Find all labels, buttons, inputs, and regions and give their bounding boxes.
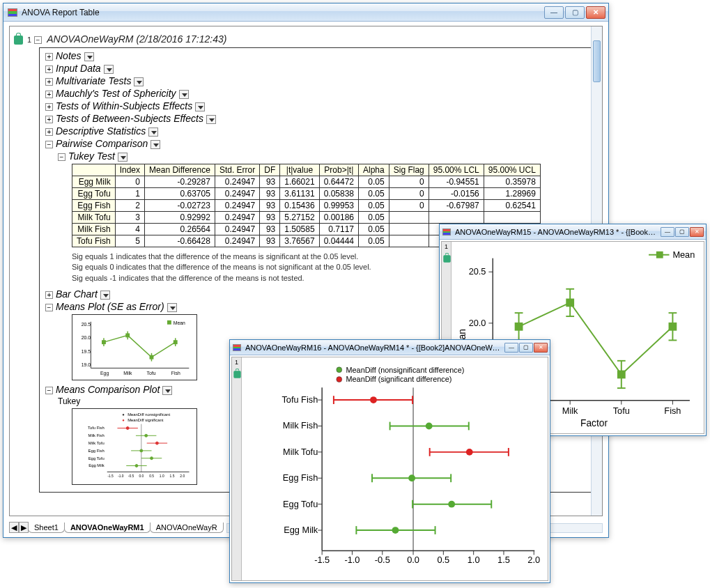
svg-text:0.0: 0.0 (139, 474, 144, 478)
chart1-titlebar[interactable]: ANOVAOneWayRM15 - ANOVAOneWayRM13 * - {[… (440, 224, 706, 240)
svg-text:19.0: 19.0 (82, 363, 91, 368)
svg-text:-1.5: -1.5 (314, 555, 330, 565)
svg-text:20.0: 20.0 (82, 335, 91, 340)
close-button[interactable]: ✕ (534, 343, 548, 353)
dropdown-icon[interactable] (118, 153, 128, 162)
tab-sheet1[interactable]: Sheet1 (28, 523, 65, 533)
svg-text:Mean: Mean (173, 320, 185, 325)
svg-text:Milk: Milk (123, 371, 132, 376)
lock-icon (14, 36, 23, 45)
svg-text:●: ● (122, 412, 125, 417)
expand-icon[interactable]: + (45, 128, 53, 136)
svg-text:Egg: Egg (100, 371, 109, 376)
svg-rect-18 (167, 320, 171, 325)
dropdown-icon[interactable] (134, 77, 144, 86)
sheet-prev-button[interactable]: ◀ (9, 522, 19, 533)
node-within[interactable]: +Tests of Within-Subjects Effects (43, 100, 597, 112)
svg-point-37 (155, 442, 158, 444)
svg-text:-1.0: -1.0 (344, 555, 360, 565)
chart2-title: ANOVAOneWayRM16 - ANOVAOneWayRM14 * - {[… (245, 343, 504, 352)
dropdown-icon[interactable] (162, 386, 172, 395)
close-button[interactable]: ✕ (690, 227, 704, 237)
node-between[interactable]: +Tests of Between-Subjects Effects (43, 112, 597, 125)
svg-point-133 (466, 449, 473, 456)
dropdown-icon[interactable] (104, 65, 114, 74)
svg-text:MeanDiff significant: MeanDiff significant (128, 418, 164, 422)
dropdown-icon[interactable] (151, 140, 160, 149)
table-row: Egg Tofu10.637050.24947933.611310.058380… (72, 188, 541, 200)
minimize-button[interactable]: — (504, 343, 518, 353)
dropdown-icon[interactable] (167, 303, 177, 312)
titlebar[interactable]: ANOVA Report Table — ▢ ✕ (3, 3, 608, 22)
means-plot-thumb[interactable]: Means 20.5 20.0 19.5 19.0 Egg (72, 314, 197, 380)
svg-text:Egg Fish: Egg Fish (88, 449, 105, 453)
minimize-button[interactable]: — (544, 6, 564, 19)
table-row: Milk Tofu30.929920.24947935.271520.00186… (72, 212, 541, 224)
chart2-body: 1 MeanDiff (nonsignificant difference) M… (231, 357, 548, 581)
svg-text:Egg Tofu: Egg Tofu (283, 499, 318, 509)
expand-icon[interactable]: + (45, 103, 53, 111)
svg-point-137 (408, 474, 415, 481)
expand-icon[interactable]: + (45, 116, 53, 123)
chart-tab-strip[interactable]: 1 (232, 357, 242, 580)
svg-text:Egg Milk: Egg Milk (88, 464, 105, 468)
collapse-icon[interactable]: − (58, 153, 65, 161)
tab-anova-other[interactable]: ANOVAOneWayR (150, 523, 224, 533)
svg-rect-10 (102, 340, 106, 344)
dropdown-icon[interactable] (179, 90, 189, 99)
svg-text:-0.5: -0.5 (128, 474, 134, 478)
maximize-button[interactable]: ▢ (519, 343, 533, 353)
node-descriptive[interactable]: +Descriptive Statistics (43, 125, 597, 137)
node-input-data[interactable]: +Input Data (43, 62, 597, 75)
svg-text:20.0: 20.0 (469, 318, 486, 328)
svg-text:1.5: 1.5 (497, 555, 510, 565)
collapse-icon[interactable]: − (45, 304, 53, 311)
tab-anova-active[interactable]: ANOVAOneWayRM1 (64, 523, 151, 533)
lock-icon (443, 255, 450, 262)
sheet-next-button[interactable]: ▶ (19, 522, 29, 533)
collapse-icon[interactable]: − (45, 141, 53, 148)
expand-icon[interactable]: + (45, 291, 53, 299)
means-comparison-thumb[interactable]: ●MeanDiff nonsignificant ●MeanDiff signi… (72, 408, 197, 485)
svg-text:20.5: 20.5 (82, 322, 91, 327)
expand-icon[interactable]: + (45, 65, 53, 73)
svg-rect-11 (125, 334, 130, 338)
svg-text:20.5: 20.5 (469, 266, 486, 277)
dropdown-icon[interactable] (195, 102, 205, 111)
collapse-icon[interactable]: − (34, 36, 42, 44)
svg-text:Milk Fish: Milk Fish (88, 433, 105, 438)
svg-point-87 (337, 367, 342, 373)
expand-icon[interactable]: + (45, 53, 53, 61)
svg-rect-84 (566, 299, 574, 307)
svg-text:1.0: 1.0 (468, 555, 480, 565)
dropdown-icon[interactable] (206, 115, 216, 124)
svg-point-41 (151, 457, 153, 460)
maximize-button[interactable]: ▢ (675, 227, 689, 237)
node-notes[interactable]: +Notes (43, 49, 597, 62)
dropdown-icon[interactable] (148, 127, 158, 137)
chart-icon (442, 229, 451, 235)
svg-rect-13 (173, 340, 178, 344)
svg-point-141 (448, 501, 455, 508)
expand-icon[interactable]: + (45, 91, 53, 98)
svg-text:MeanDiff nonsignificant: MeanDiff nonsignificant (128, 412, 170, 417)
node-tukey[interactable]: −Tukey Test (43, 150, 597, 162)
maximize-button[interactable]: ▢ (565, 6, 585, 19)
chart2-titlebar[interactable]: ANOVAOneWayRM16 - ANOVAOneWayRM14 * - {[… (230, 340, 550, 355)
dropdown-icon[interactable] (84, 52, 94, 61)
lock-icon (233, 371, 240, 378)
root-node[interactable]: 1 − ANOVAOneWayRM (2/18/2016 17:12:43) (14, 32, 598, 46)
minimize-button[interactable]: — (661, 227, 674, 237)
svg-text:MeanDiff (significant differen: MeanDiff (significant difference) (346, 375, 452, 383)
svg-text:19.5: 19.5 (82, 349, 91, 354)
dropdown-icon[interactable] (100, 291, 110, 300)
node-mauchly[interactable]: +Mauchly's Test of Sphericity (43, 87, 597, 100)
collapse-icon[interactable]: − (45, 387, 53, 394)
node-multivariate[interactable]: +Multivariate Tests (43, 75, 597, 87)
expand-icon[interactable]: + (45, 78, 53, 86)
svg-text:Tofu: Tofu (147, 371, 156, 376)
node-pairwise[interactable]: −Pairwise Comparison (43, 137, 597, 150)
svg-text:1.0: 1.0 (160, 474, 164, 478)
close-button[interactable]: ✕ (586, 6, 605, 19)
svg-point-33 (126, 427, 129, 430)
